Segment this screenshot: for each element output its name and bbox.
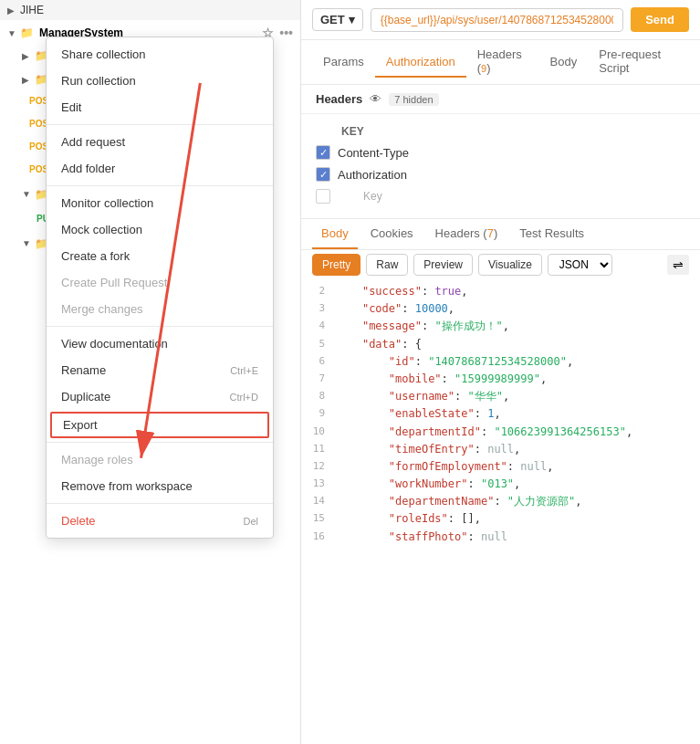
key-column-header: KEY: [341, 121, 685, 141]
collection-chevron: ▼: [7, 28, 20, 38]
menu-export[interactable]: Export: [50, 412, 269, 438]
tab-pre-request[interactable]: Pre-request Script: [588, 40, 689, 84]
menu-edit[interactable]: Edit: [47, 94, 273, 121]
json-line: 10 "departmentId": "106623991364256153",: [301, 424, 700, 441]
json-line: 4 "message": "操作成功！",: [301, 318, 700, 335]
json-line: 9 "enableState": 1,: [301, 405, 700, 423]
header-row-key-input: ✓ Key: [316, 185, 685, 207]
sf2-chevron: ▶: [22, 75, 35, 85]
hidden-count: 7 hidden: [389, 93, 438, 106]
request-bar: GET ▾ Send: [301, 0, 700, 40]
divider-1: [47, 124, 273, 125]
menu-share[interactable]: Share collection: [47, 41, 273, 68]
checkbox-authorization[interactable]: ✓: [316, 167, 330, 182]
menu-mock[interactable]: Mock collection: [47, 216, 273, 243]
menu-monitor[interactable]: Monitor collection: [47, 190, 273, 216]
body-tab-headers[interactable]: Headers (7): [426, 219, 507, 249]
collection-folder-icon: 📁: [20, 26, 34, 39]
send-button[interactable]: Send: [631, 7, 689, 32]
json-line: 14 "departmentName": "人力资源部",: [301, 493, 700, 510]
body-tab-body[interactable]: Body: [312, 219, 358, 249]
tab-headers[interactable]: Headers (9): [466, 40, 539, 84]
json-line: 2 "success": true,: [301, 283, 700, 300]
menu-pull-request: Create Pull Request: [47, 269, 273, 296]
divider-2: [47, 185, 273, 186]
json-line: 8 "username": "华华",: [301, 388, 700, 405]
body-tabs: Body Cookies Headers (7) Test Results: [301, 219, 700, 250]
url-input[interactable]: [371, 8, 623, 32]
tab-params[interactable]: Params: [312, 47, 375, 78]
main-panel: GET ▾ Send Params Authorization Headers …: [301, 0, 700, 744]
divider-5: [47, 503, 273, 504]
json-line: 3 "code": 10000,: [301, 300, 700, 318]
headers-title: Headers: [316, 92, 362, 106]
menu-rename[interactable]: Rename Ctrl+E: [47, 357, 273, 383]
menu-run[interactable]: Run collection: [47, 68, 273, 94]
body-panel: Body Cookies Headers (7) Test Results Pr…: [301, 218, 700, 744]
tab-body[interactable]: Body: [539, 47, 589, 78]
eye-icon: 👁: [370, 92, 381, 106]
pretty-btn[interactable]: Pretty: [312, 254, 360, 276]
json-line: 12 "formOfEmployment": null,: [301, 458, 700, 476]
header-row-content-type: ✓ Content-Type: [316, 141, 685, 163]
method-select[interactable]: GET ▾: [312, 8, 363, 31]
menu-delete[interactable]: Delete Del: [47, 508, 273, 534]
more-icon[interactable]: •••: [279, 26, 293, 40]
key-authorization: Authorization: [338, 168, 407, 182]
headers-bar: Headers 👁 7 hidden: [301, 85, 700, 114]
checkbox-new[interactable]: ✓: [316, 189, 330, 204]
wrap-icon[interactable]: ⇌: [667, 255, 689, 275]
body-tab-cookies[interactable]: Cookies: [361, 219, 423, 249]
header-row-authorization: ✓ Authorization: [316, 163, 685, 185]
divider-3: [47, 326, 273, 327]
edit-folder-chevron: ▼: [22, 189, 35, 199]
context-menu: Share collection Run collection Edit Add…: [46, 37, 274, 539]
jihe-item[interactable]: ▶ JIHE: [0, 0, 300, 20]
jihe-chevron: ▶: [7, 5, 20, 16]
menu-fork[interactable]: Create a fork: [47, 243, 273, 269]
json-line: 15 "roleIds": [],: [301, 510, 700, 528]
sidebar: ▶ JIHE ▼ 📁 ManagerSystem ☆ ••• ▶ 📁 I... …: [0, 0, 301, 744]
raw-btn[interactable]: Raw: [366, 254, 408, 276]
format-bar: Pretty Raw Preview Visualize JSON ⇌: [301, 250, 700, 279]
visualize-btn[interactable]: Visualize: [478, 254, 542, 276]
jihe-label: JIHE: [20, 4, 293, 16]
preview-btn[interactable]: Preview: [413, 254, 473, 276]
json-line: 6 "id": "1407868712534528000",: [301, 353, 700, 371]
sf1-chevron: ▶: [22, 51, 35, 61]
body-tab-test-results[interactable]: Test Results: [510, 219, 593, 249]
key-content-type: Content-Type: [338, 146, 409, 160]
json-line: 16 "staffPhoto": null: [301, 529, 700, 546]
tab-authorization[interactable]: Authorization: [375, 47, 466, 78]
menu-add-folder[interactable]: Add folder: [47, 155, 273, 182]
json-line: 5 "data": {: [301, 336, 700, 353]
menu-add-request[interactable]: Add request: [47, 129, 273, 155]
method-label: GET: [320, 13, 345, 26]
json-line: 11 "timeOfEntry": null,: [301, 441, 700, 458]
key-placeholder[interactable]: Key: [363, 190, 382, 203]
query-folder-chevron: ▼: [22, 238, 35, 248]
key-table: KEY ✓ Content-Type ✓ Authorization ✓ Key: [301, 114, 700, 215]
menu-remove[interactable]: Remove from workspace: [47, 473, 273, 499]
menu-merge: Merge changes: [47, 296, 273, 322]
menu-manage-roles: Manage roles: [47, 446, 273, 473]
json-line: 13 "workNumber": "013",: [301, 476, 700, 493]
checkbox-content-type[interactable]: ✓: [316, 145, 330, 160]
method-chevron: ▾: [349, 13, 355, 26]
divider-4: [47, 442, 273, 443]
format-select[interactable]: JSON: [548, 254, 612, 276]
menu-duplicate[interactable]: Duplicate Ctrl+D: [47, 383, 273, 410]
menu-docs[interactable]: View documentation: [47, 330, 273, 357]
request-tabs: Params Authorization Headers (9) Body Pr…: [301, 40, 700, 85]
json-line: 7 "mobile": "15999989999",: [301, 371, 700, 388]
json-viewer: 2 "success": true,3 "code": 10000,4 "mes…: [301, 279, 700, 744]
